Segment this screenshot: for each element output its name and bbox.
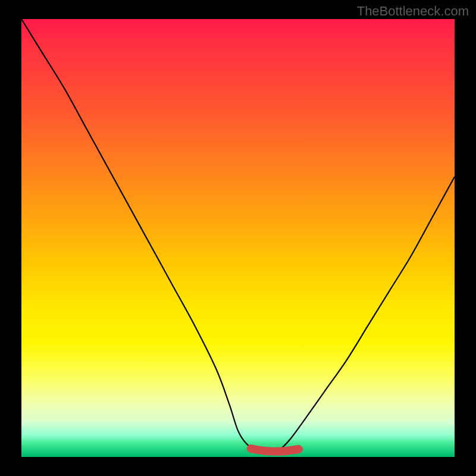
optimal-range-band <box>251 449 299 452</box>
chart-svg <box>21 19 455 457</box>
watermark-text: TheBottleneck.com <box>357 4 469 19</box>
bottleneck-curve-line <box>21 19 455 453</box>
chart-plot-area <box>21 19 455 457</box>
